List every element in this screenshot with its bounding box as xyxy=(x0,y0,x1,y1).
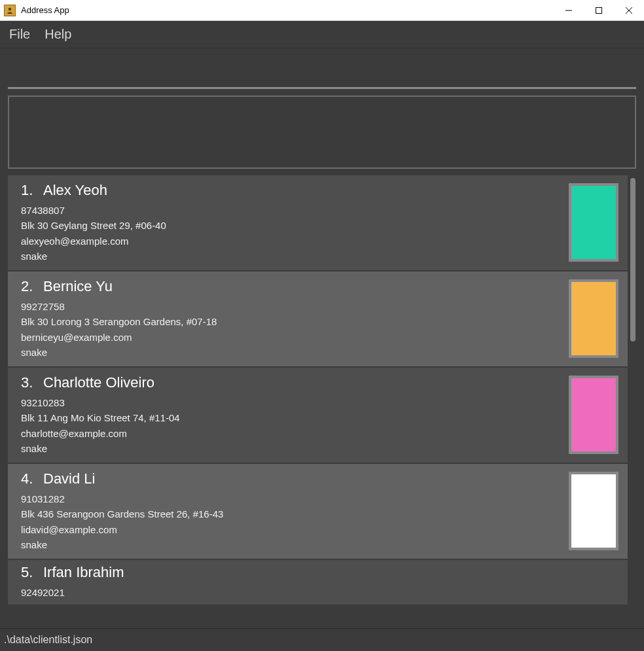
menu-file[interactable]: File xyxy=(9,27,30,42)
list-item-text: 1. Alex Yeoh 87438807 Blk 30 Geylang Str… xyxy=(21,182,560,264)
list-item-name: Bernice Yu xyxy=(43,278,113,295)
window-title: Address App xyxy=(21,5,69,15)
list-item-name: David Li xyxy=(43,470,95,487)
list-item-index: 2. xyxy=(21,278,41,295)
list-item-text: 5. Irfan Ibrahim 92492021 xyxy=(21,567,618,598)
list-item-name: Charlotte Oliveiro xyxy=(43,374,154,391)
svg-point-0 xyxy=(9,7,11,10)
list-item-index: 3. xyxy=(21,374,41,391)
color-swatch xyxy=(569,472,618,550)
maximize-button[interactable] xyxy=(584,0,614,20)
command-area xyxy=(0,48,644,175)
list-item-tag: snake xyxy=(21,537,560,552)
window-controls xyxy=(554,0,644,20)
scrollbar-thumb[interactable] xyxy=(630,178,635,342)
list-item-email: charlotte@example.com xyxy=(21,426,560,441)
contact-list[interactable]: 1. Alex Yeoh 87438807 Blk 30 Geylang Str… xyxy=(8,175,628,628)
result-display xyxy=(8,96,636,169)
color-swatch xyxy=(569,376,618,454)
list-item-address: Blk 11 Ang Mo Kio Street 74, #11-04 xyxy=(21,410,560,425)
list-item-phone: 91031282 xyxy=(21,491,560,506)
list-item-text: 2. Bernice Yu 99272758 Blk 30 Lorong 3 S… xyxy=(21,278,560,360)
list-item-index: 4. xyxy=(21,470,41,487)
title-left-group: Address App xyxy=(0,5,69,16)
list-item[interactable]: 2. Bernice Yu 99272758 Blk 30 Lorong 3 S… xyxy=(8,272,628,368)
list-item-address: Blk 30 Geylang Street 29, #06-40 xyxy=(21,218,560,233)
menu-bar: File Help xyxy=(0,21,644,48)
list-item[interactable]: 1. Alex Yeoh 87438807 Blk 30 Geylang Str… xyxy=(8,175,628,272)
list-item-phone: 87438807 xyxy=(21,203,560,218)
list-item-email: alexyeoh@example.com xyxy=(21,234,560,249)
list-item-name: Alex Yeoh xyxy=(43,182,107,199)
color-swatch xyxy=(569,183,618,262)
contact-list-wrapper: 1. Alex Yeoh 87438807 Blk 30 Geylang Str… xyxy=(8,175,636,628)
list-item-phone: 93210283 xyxy=(21,395,560,410)
list-item-text: 3. Charlotte Oliveiro 93210283 Blk 11 An… xyxy=(21,374,560,456)
close-button[interactable] xyxy=(614,0,644,20)
list-item-tag: snake xyxy=(21,249,560,264)
status-path: .\data\clientlist.json xyxy=(4,634,92,646)
status-bar: .\data\clientlist.json xyxy=(0,628,644,651)
list-item[interactable]: 5. Irfan Ibrahim 92492021 xyxy=(8,560,628,606)
color-swatch xyxy=(569,279,618,358)
list-item-tag: snake xyxy=(21,345,560,360)
minimize-button[interactable] xyxy=(554,0,584,20)
app-icon xyxy=(4,5,16,16)
list-item-email: lidavid@example.com xyxy=(21,522,560,537)
list-item-text: 4. David Li 91031282 Blk 436 Serangoon G… xyxy=(21,470,560,552)
window-title-bar: Address App xyxy=(0,0,644,21)
command-input[interactable] xyxy=(8,48,636,89)
list-item-index: 5. xyxy=(21,564,41,581)
list-item-tag: snake xyxy=(21,441,560,456)
list-item-phone: 99272758 xyxy=(21,299,560,314)
menu-help[interactable]: Help xyxy=(45,27,71,42)
list-item[interactable]: 4. David Li 91031282 Blk 436 Serangoon G… xyxy=(8,464,628,560)
list-item-email: berniceyu@example.com xyxy=(21,330,560,345)
list-item-index: 1. xyxy=(21,182,41,199)
list-item-phone: 92492021 xyxy=(21,585,618,600)
list-item-name: Irfan Ibrahim xyxy=(43,564,124,581)
list-item[interactable]: 3. Charlotte Oliveiro 93210283 Blk 11 An… xyxy=(8,368,628,464)
list-item-address: Blk 436 Serangoon Gardens Street 26, #16… xyxy=(21,506,560,521)
svg-rect-2 xyxy=(596,7,602,13)
list-item-address: Blk 30 Lorong 3 Serangoon Gardens, #07-1… xyxy=(21,314,560,329)
list-scrollbar[interactable] xyxy=(630,175,636,628)
